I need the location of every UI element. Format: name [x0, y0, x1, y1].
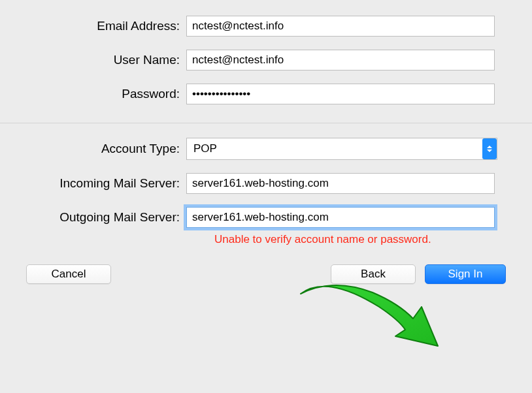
back-button[interactable]: Back	[331, 264, 416, 284]
outgoing-server-field[interactable]	[186, 207, 495, 228]
outgoing-server-label: Outgoing Mail Server:	[26, 210, 186, 225]
sign-in-button[interactable]: Sign In	[425, 264, 506, 284]
account-type-label: Account Type:	[26, 142, 186, 156]
username-field[interactable]	[186, 50, 495, 71]
error-message: Unable to verify account name or passwor…	[26, 233, 506, 246]
email-field[interactable]	[186, 16, 495, 37]
incoming-server-label: Incoming Mail Server:	[26, 176, 186, 191]
cancel-button[interactable]: Cancel	[26, 264, 111, 284]
username-label: User Name:	[26, 53, 186, 67]
credentials-section: Email Address: User Name: Password:	[0, 0, 532, 123]
password-label: Password:	[26, 87, 186, 101]
account-type-select[interactable]: POP	[186, 138, 497, 160]
server-section: Account Type: POP Incoming Mail Server: …	[0, 123, 532, 264]
account-type-value: POP	[187, 142, 482, 155]
account-setup-panel: Email Address: User Name: Password: Acco…	[0, 0, 532, 393]
incoming-server-field[interactable]	[186, 173, 495, 194]
email-label: Email Address:	[26, 19, 186, 33]
chevron-up-down-icon	[482, 138, 497, 159]
button-bar: Cancel Back Sign In	[0, 264, 532, 304]
password-field[interactable]	[186, 84, 495, 104]
